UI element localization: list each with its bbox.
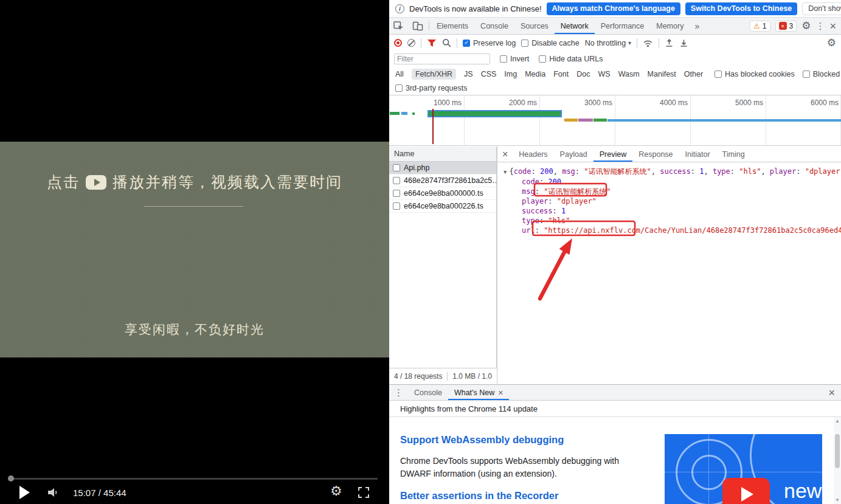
filter-type-other[interactable]: Other [684, 70, 703, 78]
request-checkbox[interactable] [393, 190, 400, 197]
waterfall-bar [578, 119, 593, 122]
filter-type-all[interactable]: All [395, 70, 404, 78]
waterfall-bar [594, 119, 607, 122]
dont-show-again-button[interactable]: Don't show again [802, 2, 841, 15]
always-match-language-button[interactable]: Always match Chrome's language [547, 2, 680, 15]
checkbox-unchecked-icon[interactable] [500, 55, 507, 63]
video-progress-knob[interactable] [8, 475, 14, 482]
devtools-close-icon[interactable]: × [829, 21, 836, 32]
switch-devtools-chinese-button[interactable]: Switch DevTools to Chinese [685, 2, 797, 15]
checkbox-unchecked-icon[interactable] [715, 71, 722, 78]
filter-type-fetch-xhr[interactable]: Fetch/XHR [412, 69, 456, 80]
tab-console[interactable]: Console [474, 18, 514, 34]
settings-gear-icon[interactable]: ⚙ [801, 19, 811, 32]
checkbox-unchecked-icon[interactable] [521, 40, 528, 47]
tab-network[interactable]: Network [555, 18, 595, 34]
checkbox-unchecked-icon[interactable] [539, 55, 546, 63]
tick-2000ms: 2000 ms [491, 98, 537, 107]
record-icon[interactable] [394, 39, 402, 47]
tab-performance[interactable]: Performance [595, 18, 651, 34]
play-button[interactable] [19, 486, 30, 499]
more-tabs-icon[interactable]: » [690, 18, 704, 34]
transferred-size: 1.0 MB / 1.0 [452, 372, 492, 381]
third-party-checkbox[interactable]: 3rd-party requests [395, 84, 467, 92]
filter-type-img[interactable]: Img [504, 70, 517, 78]
clear-icon[interactable] [407, 39, 415, 47]
preserve-log-checkbox[interactable]: ✓ Preserve log [463, 39, 516, 47]
tab-preview[interactable]: Preview [594, 147, 632, 162]
waterfall-bar [564, 119, 578, 122]
filter-type-ws[interactable]: WS [598, 70, 610, 78]
filter-type-wasm[interactable]: Wasm [618, 70, 640, 78]
drawer-scrollbar[interactable]: ▲ ▼ [834, 417, 841, 504]
json-root-line[interactable]: ▼{code: 200, msg: "诺讯智能解析系统", success: 1… [504, 167, 841, 177]
request-checkbox[interactable] [393, 177, 400, 184]
details-close-icon[interactable]: × [497, 150, 513, 159]
filter-type-js[interactable]: JS [464, 70, 473, 78]
request-row-ts-000226[interactable]: e664ce9e8ba000226.ts [389, 200, 496, 213]
import-har-icon[interactable] [665, 38, 674, 47]
blocked-requests-label: Blocked Requests [813, 70, 841, 78]
filter-type-manifest[interactable]: Manifest [648, 70, 676, 78]
filter-input[interactable] [394, 54, 490, 64]
export-har-icon[interactable] [679, 38, 688, 47]
invert-checkbox[interactable]: Invert [500, 55, 529, 63]
request-row-ts-000000[interactable]: e664ce9e8ba000000.ts [389, 187, 496, 200]
video-screen[interactable]: 点击 播放并稍等，视频载入需要时间 享受闲暇，不负好时光 [0, 142, 389, 357]
tab-payload[interactable]: Payload [554, 147, 594, 162]
drawer-tab-console[interactable]: Console [408, 385, 448, 400]
disclosure-triangle-icon[interactable]: ▼ [504, 169, 507, 175]
checkbox-checked-icon[interactable]: ✓ [463, 40, 470, 47]
request-checkbox[interactable] [393, 202, 400, 210]
video-progress-bar[interactable] [10, 478, 378, 480]
recorder-assertions-heading[interactable]: Better assertions in the Recorder [400, 490, 558, 502]
blocked-requests-checkbox[interactable]: Blocked Requests [803, 70, 841, 78]
scroll-down-icon[interactable]: ▼ [834, 497, 841, 503]
youtube-play-icon [722, 478, 770, 504]
checkbox-unchecked-icon[interactable] [395, 85, 403, 92]
throttling-select[interactable]: No throttling ▾ [585, 39, 631, 47]
request-row-m3u8[interactable]: 468e28747f3f72861ba2c5… [389, 174, 496, 187]
tab-elements[interactable]: Elements [431, 18, 474, 34]
hide-data-urls-checkbox[interactable]: Hide data URLs [539, 55, 603, 63]
drawer-close-icon[interactable]: × [822, 387, 841, 398]
network-overview-timeline[interactable]: 1000 ms 2000 ms 3000 ms 4000 ms 5000 ms … [389, 95, 841, 146]
has-blocked-cookies-checkbox[interactable]: Has blocked cookies [715, 70, 795, 78]
video-player[interactable]: 点击 播放并稍等，视频载入需要时间 享受闲暇，不负好时光 15:07 / 45:… [0, 0, 389, 504]
inspect-element-icon[interactable] [389, 18, 408, 34]
tab-headers[interactable]: Headers [513, 147, 553, 162]
kebab-menu-icon[interactable]: ⋮ [815, 21, 825, 32]
filter-type-css[interactable]: CSS [481, 70, 497, 78]
warning-count: 1 [763, 22, 767, 30]
filter-type-media[interactable]: Media [525, 70, 545, 78]
filter-funnel-icon[interactable] [427, 39, 437, 47]
tab-response[interactable]: Response [632, 147, 679, 162]
device-toolbar-icon[interactable] [408, 18, 427, 34]
name-column-header[interactable]: Name [389, 147, 496, 162]
filter-type-font[interactable]: Font [553, 70, 569, 78]
tab-memory[interactable]: Memory [650, 18, 690, 34]
network-conditions-icon[interactable] [643, 39, 653, 47]
search-icon[interactable] [442, 38, 451, 47]
disable-cache-checkbox[interactable]: Disable cache [521, 39, 580, 47]
tab-timing[interactable]: Timing [716, 147, 751, 162]
request-row-api-php[interactable]: Api.php [389, 162, 496, 174]
scrollbar-thumb[interactable] [835, 434, 840, 468]
wasm-debugging-heading[interactable]: Support WebAssembly debugging [400, 434, 564, 446]
scroll-up-icon[interactable]: ▲ [834, 418, 841, 424]
video-settings-gear-icon[interactable]: ⚙ [330, 483, 342, 499]
drawer-tab-whats-new[interactable]: What's New × [448, 385, 509, 400]
volume-icon[interactable] [46, 486, 60, 502]
network-settings-gear-icon[interactable]: ⚙ [827, 36, 836, 49]
warnings-badge[interactable]: ⚠ 1 [750, 21, 770, 32]
drawer-kebab-menu-icon[interactable]: ⋮ [389, 387, 408, 398]
errors-badge[interactable]: × 3 [775, 21, 797, 32]
request-checkbox[interactable] [393, 164, 400, 171]
whats-new-tab-close-icon[interactable]: × [498, 388, 503, 397]
tab-sources[interactable]: Sources [514, 18, 555, 34]
tab-initiator[interactable]: Initiator [679, 147, 716, 162]
fullscreen-icon[interactable] [358, 486, 370, 501]
checkbox-unchecked-icon[interactable] [803, 71, 810, 78]
whats-new-thumbnail[interactable]: new [665, 434, 822, 504]
filter-type-doc[interactable]: Doc [576, 70, 590, 78]
